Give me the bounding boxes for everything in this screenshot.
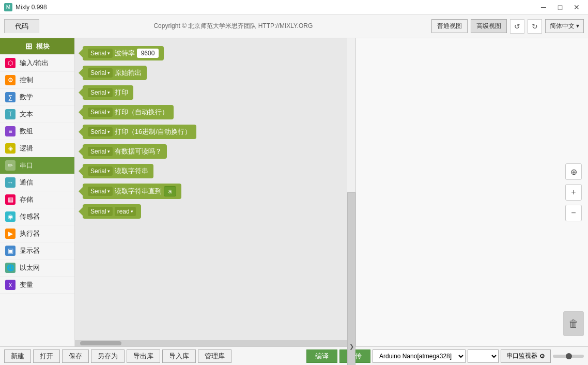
hscroll-thumb[interactable] — [80, 341, 121, 345]
code-content[interactable]: Serial 波特率9600Serial 原始输出Serial 打印Serial… — [75, 38, 347, 340]
sidebar-item-serial[interactable]: ✏串口 — [0, 157, 74, 174]
monitor-label: 串口监视器 — [506, 352, 537, 360]
dropdown-raw-output[interactable]: Serial — [88, 68, 113, 78]
sidebar-item-variable[interactable]: x变量 — [0, 277, 74, 294]
block-baud-rate[interactable]: Serial 波特率9600 — [83, 46, 164, 60]
export-lib-button[interactable]: 导出库 — [127, 349, 160, 363]
sidebar-item-sensor[interactable]: ◉传感器 — [0, 208, 74, 225]
center-view-button[interactable]: ⊕ — [565, 163, 582, 180]
block-has-data[interactable]: Serial 有数据可读吗？ — [83, 144, 167, 159]
sidebar-icon-logic: ◈ — [5, 143, 16, 154]
sidebar-item-text[interactable]: T文本 — [0, 106, 74, 123]
import-lib-button[interactable]: 导入库 — [162, 349, 196, 363]
sidebar-item-storage[interactable]: ▦存储 — [0, 191, 74, 208]
label-read-until: 读取字符串直到 — [115, 187, 162, 196]
sidebar-icon-variable: x — [5, 280, 16, 290]
sidebar-icon-serial: ✏ — [5, 160, 16, 171]
sidebar-item-comm[interactable]: ↔通信 — [0, 174, 74, 191]
slider-thumb — [566, 353, 572, 359]
sidebar-label-variable: 变量 — [20, 280, 33, 290]
label-print-hex: 打印（16进制/自动换行） — [115, 127, 191, 136]
collapse-toggle[interactable]: ❯ — [347, 192, 355, 365]
title-bar-left: M Mixly 0.998 — [4, 3, 47, 11]
sidebar-label-control: 控制 — [20, 75, 33, 85]
value-baud-rate[interactable]: 9600 — [137, 49, 159, 58]
dropdown-print-hex[interactable]: Serial — [88, 127, 113, 136]
block-print[interactable]: Serial 打印 — [83, 85, 133, 100]
dropdown-print-auto[interactable]: Serial — [88, 108, 113, 117]
sidebar-header-label: 模块 — [36, 42, 50, 51]
block-raw-output[interactable]: Serial 原始输出 — [83, 66, 147, 80]
main-layout: ⊞ 模块 ⬡输入/输出⚙控制∑数学T文本≡数组◈逻辑✏串口↔通信▦存储◉传感器▶… — [0, 38, 588, 346]
block-row-read-until: Serial 读取字符串直到a — [83, 184, 339, 199]
language-button[interactable]: 简体中文 ▾ — [545, 19, 584, 33]
advanced-view-button[interactable]: 高级视图 — [471, 19, 507, 33]
dropdown-serial-read[interactable]: read — [115, 207, 136, 216]
slider-area — [553, 355, 584, 358]
sidebar-label-array: 数组 — [20, 127, 33, 136]
dropdown-read-str[interactable]: Serial — [88, 166, 113, 176]
trash-button[interactable]: 🗑 — [563, 311, 584, 336]
dropdown-print[interactable]: Serial — [88, 88, 113, 97]
sidebar-icon-input-output: ⬡ — [5, 58, 16, 68]
sidebar-item-actuator[interactable]: ▶执行器 — [0, 225, 74, 242]
port-select[interactable] — [468, 349, 499, 363]
sidebar: ⊞ 模块 ⬡输入/输出⚙控制∑数学T文本≡数组◈逻辑✏串口↔通信▦存储◉传感器▶… — [0, 38, 75, 346]
maximize-button[interactable]: □ — [553, 2, 567, 12]
zoom-out-button[interactable]: − — [565, 205, 582, 221]
sidebar-icon-control: ⚙ — [5, 75, 16, 85]
code-area: Serial 波特率9600Serial 原始输出Serial 打印Serial… — [75, 38, 347, 346]
sidebar-item-logic[interactable]: ◈逻辑 — [0, 140, 74, 157]
open-button[interactable]: 打开 — [33, 349, 60, 363]
compile-button[interactable]: 编译 — [306, 349, 337, 363]
sidebar-label-comm: 通信 — [20, 178, 33, 187]
code-tab[interactable]: 代码 — [4, 19, 39, 33]
undo-button[interactable]: ↺ — [510, 19, 524, 34]
horizontal-scrollbar[interactable] — [75, 340, 347, 346]
block-read-until[interactable]: Serial 读取字符串直到a — [83, 184, 181, 199]
sidebar-item-ethernet[interactable]: 🌐以太网 — [0, 260, 74, 277]
new-button[interactable]: 新建 — [4, 349, 31, 363]
zoom-in-button[interactable]: + — [565, 184, 582, 201]
sidebar-item-math[interactable]: ∑数学 — [0, 89, 74, 106]
label-raw-output: 原始输出 — [115, 68, 142, 78]
sidebar-label-storage: 存储 — [20, 195, 33, 204]
zoom-slider[interactable] — [553, 355, 584, 358]
manage-lib-button[interactable]: 管理库 — [198, 349, 231, 363]
block-serial-read[interactable]: Serial read — [83, 204, 141, 219]
sidebar-item-display[interactable]: ▣显示器 — [0, 242, 74, 260]
sidebar-icon-storage: ▦ — [5, 194, 16, 205]
save-as-button[interactable]: 另存为 — [91, 349, 125, 363]
sidebar-icon-actuator: ▶ — [5, 229, 16, 239]
block-row-print-auto: Serial 打印（自动换行） — [83, 105, 339, 119]
normal-view-button[interactable]: 普通视图 — [431, 19, 468, 33]
save-button[interactable]: 保存 — [62, 349, 89, 363]
device-select[interactable]: Arduino Nano[atmega328] — [373, 349, 466, 363]
block-row-raw-output: Serial 原始输出 — [83, 66, 339, 80]
title-bar: M Mixly 0.998 ─ □ ✕ — [0, 0, 588, 14]
dropdown-read-until[interactable]: Serial — [88, 187, 113, 196]
sidebar-item-control[interactable]: ⚙控制 — [0, 72, 74, 89]
block-row-print: Serial 打印 — [83, 85, 339, 100]
block-read-str[interactable]: Serial 读取字符串 — [83, 164, 153, 178]
main-toolbar: 代码 Copyright © 北京师范大学米思齐团队 HTTP://MIXLY.… — [0, 14, 588, 38]
block-print-auto[interactable]: Serial 打印（自动换行） — [83, 105, 174, 119]
value-read-until[interactable]: a — [164, 186, 177, 196]
app-icon: M — [4, 3, 12, 11]
label-read-str: 读取字符串 — [115, 166, 148, 176]
minimize-button[interactable]: ─ — [536, 2, 551, 12]
dropdown-has-data[interactable]: Serial — [88, 147, 113, 156]
label-print-auto: 打印（自动换行） — [115, 108, 168, 117]
close-button[interactable]: ✕ — [569, 2, 584, 12]
sidebar-item-input-output[interactable]: ⬡输入/输出 — [0, 55, 74, 72]
sidebar-item-array[interactable]: ≡数组 — [0, 123, 74, 140]
serial-monitor-button[interactable]: 串口监视器 ⚙ — [501, 349, 551, 363]
sidebar-icon-comm: ↔ — [5, 177, 16, 188]
dropdown-serial-read[interactable]: Serial — [88, 207, 113, 216]
dropdown-baud-rate[interactable]: Serial — [88, 49, 113, 58]
sidebar-label-sensor: 传感器 — [20, 212, 40, 221]
sidebar-label-text: 文本 — [20, 110, 33, 119]
monitor-icon: ⚙ — [539, 353, 545, 360]
redo-button[interactable]: ↻ — [528, 19, 542, 34]
block-print-hex[interactable]: Serial 打印（16进制/自动换行） — [83, 125, 196, 139]
